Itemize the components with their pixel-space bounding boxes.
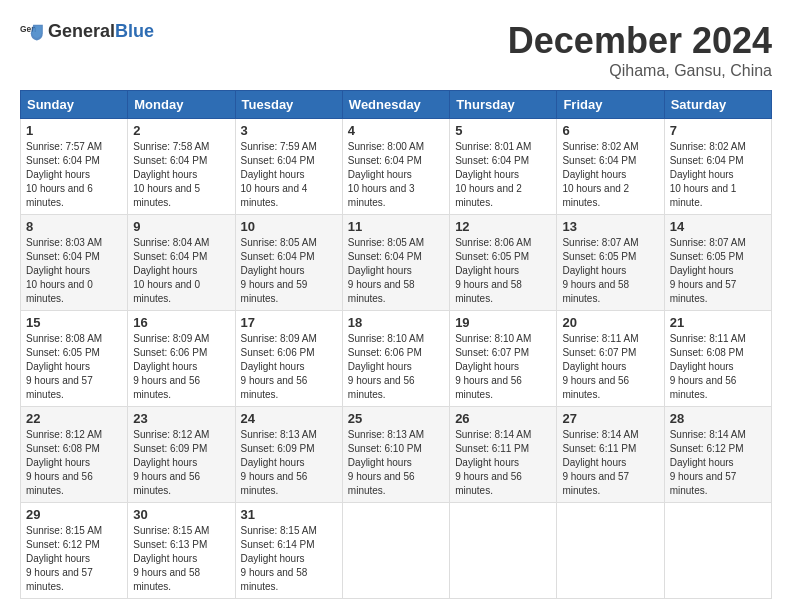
- day-info: Sunrise: 8:13 AM Sunset: 6:09 PM Dayligh…: [241, 428, 337, 498]
- calendar-cell: 25 Sunrise: 8:13 AM Sunset: 6:10 PM Dayl…: [342, 407, 449, 503]
- day-info: Sunrise: 7:59 AM Sunset: 6:04 PM Dayligh…: [241, 140, 337, 210]
- day-number: 21: [670, 315, 766, 330]
- title-section: December 2024 Qihama, Gansu, China: [508, 20, 772, 80]
- calendar-cell: [664, 503, 771, 599]
- month-title: December 2024: [508, 20, 772, 62]
- day-info: Sunrise: 8:01 AM Sunset: 6:04 PM Dayligh…: [455, 140, 551, 210]
- calendar-cell: 5 Sunrise: 8:01 AM Sunset: 6:04 PM Dayli…: [450, 119, 557, 215]
- day-info: Sunrise: 8:02 AM Sunset: 6:04 PM Dayligh…: [562, 140, 658, 210]
- calendar-cell: 13 Sunrise: 8:07 AM Sunset: 6:05 PM Dayl…: [557, 215, 664, 311]
- day-info: Sunrise: 7:58 AM Sunset: 6:04 PM Dayligh…: [133, 140, 229, 210]
- weekday-header-row: SundayMondayTuesdayWednesdayThursdayFrid…: [21, 91, 772, 119]
- calendar-cell: [557, 503, 664, 599]
- calendar-cell: 16 Sunrise: 8:09 AM Sunset: 6:06 PM Dayl…: [128, 311, 235, 407]
- calendar-cell: 3 Sunrise: 7:59 AM Sunset: 6:04 PM Dayli…: [235, 119, 342, 215]
- day-number: 26: [455, 411, 551, 426]
- location: Qihama, Gansu, China: [508, 62, 772, 80]
- day-number: 10: [241, 219, 337, 234]
- logo: Gen GeneralBlue: [20, 20, 154, 44]
- weekday-header-monday: Monday: [128, 91, 235, 119]
- day-number: 6: [562, 123, 658, 138]
- day-number: 13: [562, 219, 658, 234]
- page-header: Gen GeneralBlue December 2024 Qihama, Ga…: [20, 20, 772, 80]
- day-number: 3: [241, 123, 337, 138]
- weekday-header-saturday: Saturday: [664, 91, 771, 119]
- day-number: 20: [562, 315, 658, 330]
- day-number: 4: [348, 123, 444, 138]
- calendar-week-row: 22 Sunrise: 8:12 AM Sunset: 6:08 PM Dayl…: [21, 407, 772, 503]
- calendar-cell: 12 Sunrise: 8:06 AM Sunset: 6:05 PM Dayl…: [450, 215, 557, 311]
- day-number: 17: [241, 315, 337, 330]
- calendar-cell: 23 Sunrise: 8:12 AM Sunset: 6:09 PM Dayl…: [128, 407, 235, 503]
- calendar-week-row: 1 Sunrise: 7:57 AM Sunset: 6:04 PM Dayli…: [21, 119, 772, 215]
- calendar-cell: 2 Sunrise: 7:58 AM Sunset: 6:04 PM Dayli…: [128, 119, 235, 215]
- calendar-cell: 21 Sunrise: 8:11 AM Sunset: 6:08 PM Dayl…: [664, 311, 771, 407]
- calendar-cell: 26 Sunrise: 8:14 AM Sunset: 6:11 PM Dayl…: [450, 407, 557, 503]
- logo-text-blue: Blue: [115, 21, 154, 41]
- day-number: 25: [348, 411, 444, 426]
- day-info: Sunrise: 8:06 AM Sunset: 6:05 PM Dayligh…: [455, 236, 551, 306]
- day-info: Sunrise: 8:10 AM Sunset: 6:06 PM Dayligh…: [348, 332, 444, 402]
- day-number: 14: [670, 219, 766, 234]
- day-number: 28: [670, 411, 766, 426]
- calendar-cell: 28 Sunrise: 8:14 AM Sunset: 6:12 PM Dayl…: [664, 407, 771, 503]
- day-number: 8: [26, 219, 122, 234]
- calendar-cell: 24 Sunrise: 8:13 AM Sunset: 6:09 PM Dayl…: [235, 407, 342, 503]
- weekday-header-wednesday: Wednesday: [342, 91, 449, 119]
- day-number: 18: [348, 315, 444, 330]
- calendar-cell: 20 Sunrise: 8:11 AM Sunset: 6:07 PM Dayl…: [557, 311, 664, 407]
- day-number: 16: [133, 315, 229, 330]
- day-info: Sunrise: 8:05 AM Sunset: 6:04 PM Dayligh…: [241, 236, 337, 306]
- day-info: Sunrise: 8:13 AM Sunset: 6:10 PM Dayligh…: [348, 428, 444, 498]
- logo-text-general: General: [48, 21, 115, 41]
- calendar-cell: 7 Sunrise: 8:02 AM Sunset: 6:04 PM Dayli…: [664, 119, 771, 215]
- day-number: 23: [133, 411, 229, 426]
- day-number: 15: [26, 315, 122, 330]
- calendar-cell: 31 Sunrise: 8:15 AM Sunset: 6:14 PM Dayl…: [235, 503, 342, 599]
- day-info: Sunrise: 8:07 AM Sunset: 6:05 PM Dayligh…: [562, 236, 658, 306]
- day-number: 22: [26, 411, 122, 426]
- day-info: Sunrise: 8:11 AM Sunset: 6:08 PM Dayligh…: [670, 332, 766, 402]
- day-number: 31: [241, 507, 337, 522]
- day-number: 5: [455, 123, 551, 138]
- day-number: 2: [133, 123, 229, 138]
- day-number: 7: [670, 123, 766, 138]
- day-number: 12: [455, 219, 551, 234]
- calendar-cell: 10 Sunrise: 8:05 AM Sunset: 6:04 PM Dayl…: [235, 215, 342, 311]
- day-info: Sunrise: 8:15 AM Sunset: 6:14 PM Dayligh…: [241, 524, 337, 594]
- day-info: Sunrise: 8:08 AM Sunset: 6:05 PM Dayligh…: [26, 332, 122, 402]
- calendar-cell: 8 Sunrise: 8:03 AM Sunset: 6:04 PM Dayli…: [21, 215, 128, 311]
- day-info: Sunrise: 8:00 AM Sunset: 6:04 PM Dayligh…: [348, 140, 444, 210]
- day-info: Sunrise: 8:10 AM Sunset: 6:07 PM Dayligh…: [455, 332, 551, 402]
- day-number: 30: [133, 507, 229, 522]
- calendar-cell: 17 Sunrise: 8:09 AM Sunset: 6:06 PM Dayl…: [235, 311, 342, 407]
- day-number: 1: [26, 123, 122, 138]
- weekday-header-thursday: Thursday: [450, 91, 557, 119]
- calendar-body: 1 Sunrise: 7:57 AM Sunset: 6:04 PM Dayli…: [21, 119, 772, 599]
- day-number: 27: [562, 411, 658, 426]
- day-number: 24: [241, 411, 337, 426]
- calendar-table: SundayMondayTuesdayWednesdayThursdayFrid…: [20, 90, 772, 599]
- calendar-cell: [342, 503, 449, 599]
- calendar-header: SundayMondayTuesdayWednesdayThursdayFrid…: [21, 91, 772, 119]
- day-info: Sunrise: 8:03 AM Sunset: 6:04 PM Dayligh…: [26, 236, 122, 306]
- calendar-cell: 29 Sunrise: 8:15 AM Sunset: 6:12 PM Dayl…: [21, 503, 128, 599]
- day-info: Sunrise: 8:09 AM Sunset: 6:06 PM Dayligh…: [133, 332, 229, 402]
- calendar-cell: 18 Sunrise: 8:10 AM Sunset: 6:06 PM Dayl…: [342, 311, 449, 407]
- calendar-cell: 11 Sunrise: 8:05 AM Sunset: 6:04 PM Dayl…: [342, 215, 449, 311]
- calendar-cell: [450, 503, 557, 599]
- day-info: Sunrise: 8:02 AM Sunset: 6:04 PM Dayligh…: [670, 140, 766, 210]
- calendar-cell: 30 Sunrise: 8:15 AM Sunset: 6:13 PM Dayl…: [128, 503, 235, 599]
- calendar-cell: 9 Sunrise: 8:04 AM Sunset: 6:04 PM Dayli…: [128, 215, 235, 311]
- day-info: Sunrise: 8:05 AM Sunset: 6:04 PM Dayligh…: [348, 236, 444, 306]
- day-info: Sunrise: 8:14 AM Sunset: 6:11 PM Dayligh…: [562, 428, 658, 498]
- day-number: 29: [26, 507, 122, 522]
- calendar-cell: 22 Sunrise: 8:12 AM Sunset: 6:08 PM Dayl…: [21, 407, 128, 503]
- calendar-cell: 14 Sunrise: 8:07 AM Sunset: 6:05 PM Dayl…: [664, 215, 771, 311]
- day-info: Sunrise: 8:11 AM Sunset: 6:07 PM Dayligh…: [562, 332, 658, 402]
- day-info: Sunrise: 8:12 AM Sunset: 6:08 PM Dayligh…: [26, 428, 122, 498]
- calendar-week-row: 29 Sunrise: 8:15 AM Sunset: 6:12 PM Dayl…: [21, 503, 772, 599]
- logo-icon: Gen: [20, 20, 44, 44]
- calendar-cell: 4 Sunrise: 8:00 AM Sunset: 6:04 PM Dayli…: [342, 119, 449, 215]
- calendar-cell: 19 Sunrise: 8:10 AM Sunset: 6:07 PM Dayl…: [450, 311, 557, 407]
